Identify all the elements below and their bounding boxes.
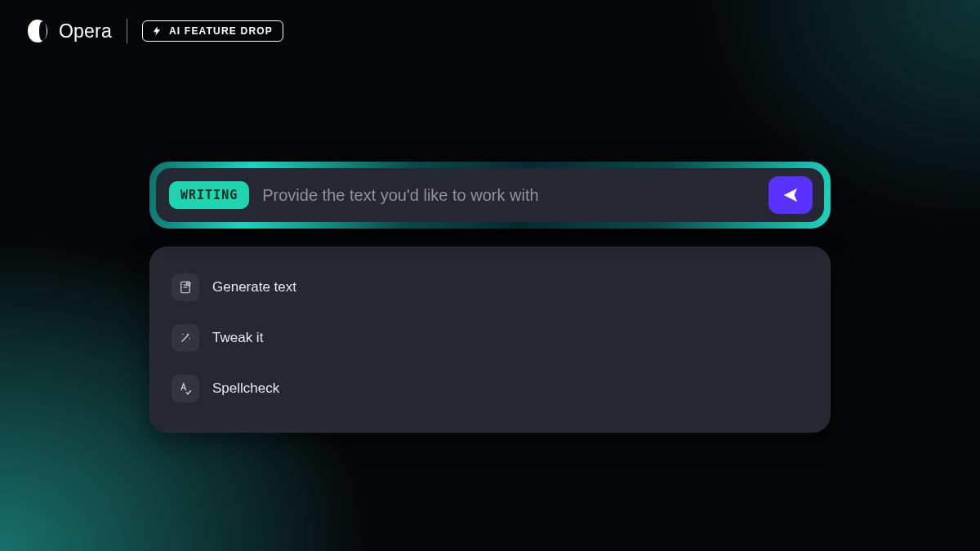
option-label: Generate text	[212, 279, 296, 295]
app-header: Opera AI FEATURE DROP	[24, 18, 283, 44]
option-label: Tweak it	[212, 330, 263, 346]
magic-wand-icon	[172, 324, 199, 352]
options-panel: Generate text Tweak it Sp	[149, 247, 831, 433]
svg-point-7	[182, 334, 183, 335]
spellcheck-icon	[172, 375, 199, 402]
document-plus-icon	[172, 273, 199, 301]
svg-line-6	[182, 335, 189, 342]
send-button[interactable]	[768, 176, 813, 214]
send-icon	[782, 186, 800, 204]
brand: Opera	[24, 18, 112, 44]
option-label: Spellcheck	[212, 380, 279, 397]
option-spellcheck[interactable]: Spellcheck	[167, 367, 813, 411]
prompt-frame: WRITING	[149, 162, 831, 229]
option-generate-text[interactable]: Generate text	[167, 265, 813, 309]
header-divider	[127, 19, 127, 43]
feature-drop-badge: AI FEATURE DROP	[142, 20, 283, 42]
mode-chip[interactable]: WRITING	[169, 181, 249, 209]
svg-point-8	[189, 338, 190, 339]
brand-name: Opera	[59, 20, 112, 42]
bolt-icon	[151, 25, 163, 37]
feature-badge-label: AI FEATURE DROP	[169, 25, 273, 37]
opera-logo-icon	[24, 18, 51, 44]
option-tweak-it[interactable]: Tweak it	[167, 316, 813, 360]
prompt-bar: WRITING	[156, 168, 824, 222]
main-column: WRITING Generate text	[149, 162, 831, 433]
prompt-input[interactable]	[262, 186, 755, 205]
